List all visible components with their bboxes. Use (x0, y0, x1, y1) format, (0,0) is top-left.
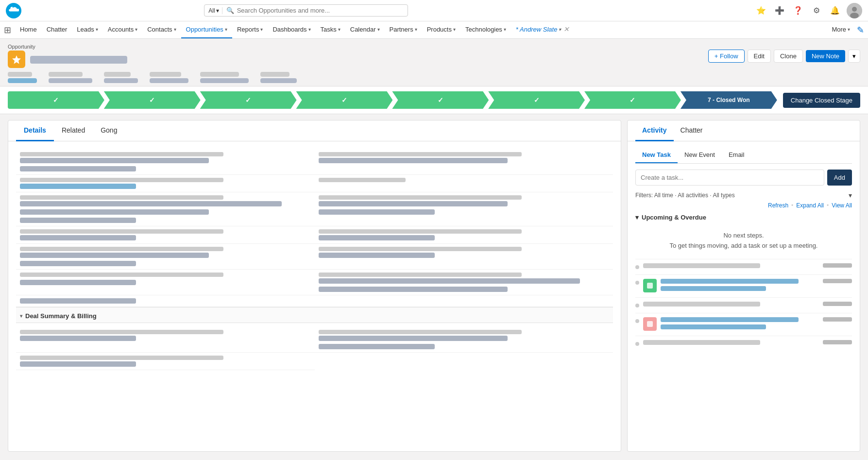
tab-activity[interactable]: Activity (635, 120, 674, 141)
search-icon: 🔍 (226, 7, 234, 14)
andrew-slate-chevron: ▾ (559, 27, 561, 32)
nav-contacts-label: Contacts (147, 26, 172, 33)
close-tab-icon[interactable]: ✕ (563, 25, 569, 33)
nav-item-dashboards[interactable]: Dashboards ▾ (268, 21, 315, 39)
record-fields-row (8, 72, 860, 83)
stage-step-5[interactable]: ✓ (392, 91, 489, 109)
nav-item-accounts[interactable]: Accounts ▾ (103, 21, 142, 39)
nav-tasks-label: Tasks (321, 26, 337, 33)
nav-item-tasks[interactable]: Tasks ▾ (316, 21, 345, 39)
search-scope[interactable]: All ▾ (208, 7, 222, 14)
nav-item-contacts[interactable]: Contacts ▾ (142, 21, 181, 39)
activity-dot-1 (635, 265, 639, 269)
stage-bar: ✓ ✓ ✓ ✓ ✓ ✓ ✓ 7 - Closed Won Change Clos… (0, 86, 868, 114)
leads-chevron: ▾ (96, 27, 98, 32)
change-closed-stage-button[interactable]: Change Closed Stage (783, 93, 860, 108)
nav-item-technologies[interactable]: Technologies ▾ (460, 21, 511, 39)
nav-item-chatter[interactable]: Chatter (42, 21, 72, 39)
activity-action-tabs: New Task New Event Email (635, 147, 852, 164)
salesforce-logo (6, 3, 21, 18)
nav-item-calendar[interactable]: Calendar ▾ (345, 21, 385, 39)
detail-field-2a: ✏ (16, 175, 315, 192)
stage-step-3[interactable]: ✓ (200, 91, 297, 109)
task-input[interactable] (635, 170, 824, 186)
nav-home-label: Home (20, 26, 37, 33)
filter-icon[interactable]: ▾ (849, 191, 852, 199)
activity-tab-new-task[interactable]: New Task (635, 147, 678, 163)
search-input[interactable] (237, 7, 404, 14)
left-panel: Details Related Gong ✏ ✏ (8, 120, 621, 452)
activity-item-3 (635, 297, 852, 313)
stage-step-7[interactable]: ✓ (584, 91, 681, 109)
refresh-link[interactable]: Refresh (768, 202, 788, 209)
no-steps-line2: To get things moving, add a task or set … (635, 241, 852, 251)
notifications-icon[interactable]: 🔔 (828, 4, 842, 17)
detail-field-4b: ✏ (315, 226, 613, 244)
tab-related[interactable]: Related (54, 120, 93, 141)
activity-content-5 (643, 340, 852, 347)
add-icon[interactable]: ➕ (773, 4, 786, 17)
upcoming-overdue-header[interactable]: ▾ Upcoming & Overdue (635, 214, 852, 221)
nav-item-reports[interactable]: Reports ▾ (232, 21, 268, 39)
nav-accounts-label: Accounts (108, 26, 134, 33)
stage-step-4[interactable]: ✓ (296, 91, 393, 109)
detail-field-1a: ✏ (16, 149, 315, 175)
tab-chatter[interactable]: Chatter (674, 120, 710, 141)
follow-button[interactable]: + Follow (708, 50, 745, 63)
clone-button[interactable]: Clone (774, 50, 803, 63)
right-panel: Activity Chatter New Task New Event Emai… (627, 120, 860, 452)
expand-all-link[interactable]: Expand All (796, 202, 824, 209)
detail-field-3a: ✏ (16, 192, 315, 226)
settings-icon[interactable]: ⚙ (810, 4, 823, 17)
edit-button[interactable]: Edit (748, 50, 771, 63)
more-actions-button[interactable]: ▾ (848, 50, 860, 63)
deal-summary-grid (16, 327, 613, 370)
nav-item-opportunities[interactable]: Opportunities ▾ (181, 21, 232, 39)
nav-technologies-label: Technologies (465, 26, 502, 33)
stage-step-closed-won[interactable]: 7 - Closed Won (681, 91, 777, 109)
help-icon[interactable]: ❓ (791, 4, 805, 17)
nav-item-partners[interactable]: Partners ▾ (385, 21, 422, 39)
upcoming-label: Upcoming & Overdue (642, 214, 706, 221)
nav-dashboards-label: Dashboards (272, 26, 306, 33)
activity-dot-4 (635, 319, 639, 323)
stage-step-2[interactable]: ✓ (104, 91, 201, 109)
detail-field-7b (315, 295, 613, 307)
activity-date-1 (823, 263, 852, 268)
detail-field-5a: ✏ (16, 244, 315, 270)
new-note-button[interactable]: New Note (806, 50, 845, 62)
nav-edit-icon[interactable]: ✎ (857, 25, 864, 35)
nav-opportunities-label: Opportunities (186, 26, 223, 33)
scope-label: All (208, 7, 215, 14)
favorite-icon[interactable]: ⭐ (754, 4, 768, 17)
contacts-chevron: ▾ (174, 27, 176, 32)
avatar[interactable] (847, 3, 862, 18)
reports-chevron: ▾ (260, 27, 263, 32)
svg-marker-3 (12, 55, 21, 64)
deal-summary-section-header[interactable]: ▾ Deal Summary & Billing (16, 307, 613, 323)
nav-bar: ⊞ Home Chatter Leads ▾ Accounts ▾ Contac… (0, 21, 868, 39)
activity-tab-new-event[interactable]: New Event (678, 147, 722, 163)
view-all-link[interactable]: View All (832, 202, 852, 209)
stage-step-6[interactable]: ✓ (488, 91, 585, 109)
tab-gong[interactable]: Gong (93, 120, 125, 141)
content-area: Details Related Gong ✏ ✏ (0, 114, 868, 458)
detail-field-6b: ✏ (315, 270, 613, 295)
nav-more-label: More (832, 26, 846, 33)
nav-item-home[interactable]: Home (15, 21, 42, 39)
nav-item-leads[interactable]: Leads ▾ (72, 21, 102, 39)
activity-tab-email[interactable]: Email (722, 147, 751, 163)
details-grid: ✏ ✏ ✏ ✏ (16, 149, 613, 307)
nav-item-andrew-slate[interactable]: * Andrew Slate ▾ ✕ (511, 21, 575, 39)
nav-grid-icon[interactable]: ⊞ (4, 25, 11, 35)
add-task-button[interactable]: Add (827, 170, 852, 186)
stage-step-1[interactable]: ✓ (8, 91, 104, 109)
nav-item-products[interactable]: Products ▾ (422, 21, 460, 39)
nav-item-more[interactable]: More ▾ (827, 21, 855, 39)
products-chevron: ▾ (453, 27, 456, 32)
search-bar[interactable]: All ▾ 🔍 (204, 4, 408, 17)
detail-field-6a: ✏ (16, 270, 315, 295)
record-name (30, 54, 127, 65)
activity-date-3 (823, 302, 852, 306)
tab-details[interactable]: Details (16, 120, 54, 141)
